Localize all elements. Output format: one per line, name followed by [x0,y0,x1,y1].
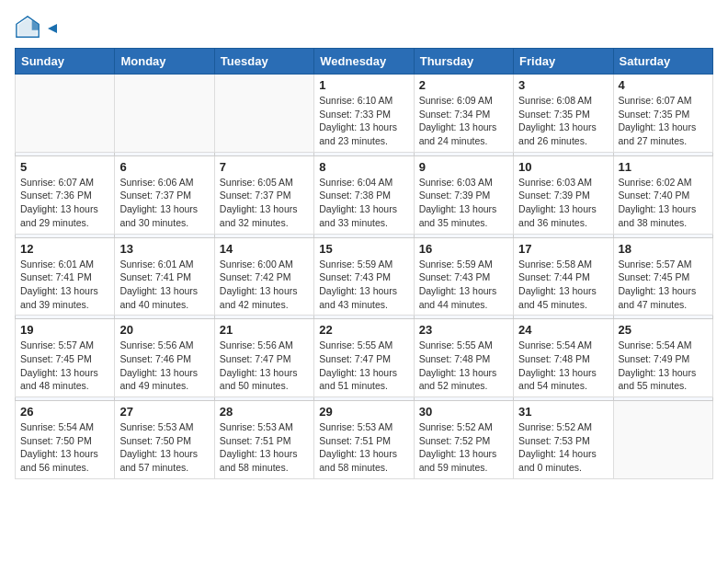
calendar-day-cell [16,75,115,153]
day-info: Sunrise: 6:10 AMSunset: 7:33 PMDaylight:… [319,94,408,148]
day-info: Sunrise: 6:02 AMSunset: 7:40 PMDaylight:… [619,176,708,230]
day-info: Sunrise: 5:53 AMSunset: 7:51 PMDaylight:… [220,420,309,475]
calendar-header-row: SundayMondayTuesdayWednesdayThursdayFrid… [16,49,713,75]
day-number: 2 [419,78,508,92]
day-info: Sunrise: 6:07 AMSunset: 7:35 PMDaylight:… [619,94,708,148]
day-number: 31 [518,405,608,419]
day-number: 6 [119,160,209,174]
day-info: Sunrise: 5:56 AMSunset: 7:47 PMDaylight:… [220,339,309,393]
day-number: 16 [419,242,508,256]
day-number: 22 [319,323,408,337]
calendar-day-cell [613,401,712,479]
calendar-day-cell: 28Sunrise: 5:53 AMSunset: 7:51 PMDayligh… [214,401,313,479]
day-info: Sunrise: 5:54 AMSunset: 7:48 PMDaylight:… [518,339,608,393]
day-info: Sunrise: 5:53 AMSunset: 7:50 PMDaylight:… [119,420,209,475]
calendar-day-cell: 11Sunrise: 6:02 AMSunset: 7:40 PMDayligh… [613,155,712,234]
calendar-day-cell: 31Sunrise: 5:52 AMSunset: 7:53 PMDayligh… [514,401,613,479]
day-info: Sunrise: 6:09 AMSunset: 7:34 PMDaylight:… [419,94,508,148]
calendar-day-cell: 27Sunrise: 5:53 AMSunset: 7:50 PMDayligh… [115,401,214,479]
calendar-day-cell: 14Sunrise: 6:00 AMSunset: 7:42 PMDayligh… [214,237,313,316]
day-number: 13 [119,242,209,256]
day-number: 27 [119,405,209,419]
day-number: 4 [619,78,708,92]
day-number: 12 [20,242,109,256]
day-info: Sunrise: 5:54 AMSunset: 7:49 PMDaylight:… [619,339,708,393]
day-info: Sunrise: 6:01 AMSunset: 7:41 PMDaylight:… [119,258,209,312]
calendar-day-cell [115,75,214,153]
calendar-day-cell: 16Sunrise: 5:59 AMSunset: 7:43 PMDayligh… [414,237,513,316]
calendar-day-cell: 29Sunrise: 5:53 AMSunset: 7:51 PMDayligh… [314,401,414,479]
day-info: Sunrise: 5:57 AMSunset: 7:45 PMDaylight:… [20,339,109,393]
day-number: 9 [419,160,508,174]
day-info: Sunrise: 6:03 AMSunset: 7:39 PMDaylight:… [518,176,608,230]
day-number: 30 [419,405,508,419]
day-info: Sunrise: 6:01 AMSunset: 7:41 PMDaylight:… [20,258,109,312]
calendar-day-cell: 20Sunrise: 5:56 AMSunset: 7:46 PMDayligh… [115,319,214,397]
logo [15,15,59,40]
svg-marker-3 [48,24,57,33]
day-info: Sunrise: 5:59 AMSunset: 7:43 PMDaylight:… [319,258,408,312]
day-number: 1 [319,78,408,92]
calendar-day-cell: 4Sunrise: 6:07 AMSunset: 7:35 PMDaylight… [613,75,712,153]
calendar-week-row: 26Sunrise: 5:54 AMSunset: 7:50 PMDayligh… [16,401,713,479]
day-number: 15 [319,242,408,256]
calendar-day-cell: 23Sunrise: 5:55 AMSunset: 7:48 PMDayligh… [414,319,513,397]
day-info: Sunrise: 6:00 AMSunset: 7:42 PMDaylight:… [220,258,309,312]
calendar-day-cell: 9Sunrise: 6:03 AMSunset: 7:39 PMDaylight… [414,155,513,234]
page-header [15,15,713,40]
calendar-day-cell [214,75,313,153]
calendar-day-cell: 22Sunrise: 5:55 AMSunset: 7:47 PMDayligh… [314,319,414,397]
day-info: Sunrise: 6:06 AMSunset: 7:37 PMDaylight:… [119,176,209,230]
day-number: 14 [220,242,309,256]
logo-arrow-icon [46,22,59,35]
day-info: Sunrise: 5:53 AMSunset: 7:51 PMDaylight:… [319,420,408,475]
day-number: 8 [319,160,408,174]
weekday-header: Friday [514,49,613,75]
calendar-day-cell: 2Sunrise: 6:09 AMSunset: 7:34 PMDaylight… [414,75,513,153]
calendar-day-cell: 10Sunrise: 6:03 AMSunset: 7:39 PMDayligh… [514,155,613,234]
day-info: Sunrise: 5:58 AMSunset: 7:44 PMDaylight:… [518,258,608,312]
calendar-day-cell: 1Sunrise: 6:10 AMSunset: 7:33 PMDaylight… [314,75,414,153]
calendar-day-cell: 8Sunrise: 6:04 AMSunset: 7:38 PMDaylight… [314,155,414,234]
day-info: Sunrise: 6:03 AMSunset: 7:39 PMDaylight:… [419,176,508,230]
calendar-day-cell: 15Sunrise: 5:59 AMSunset: 7:43 PMDayligh… [314,237,414,316]
day-number: 20 [119,323,209,337]
weekday-header: Tuesday [214,49,313,75]
day-info: Sunrise: 5:52 AMSunset: 7:52 PMDaylight:… [419,420,508,475]
calendar-day-cell: 7Sunrise: 6:05 AMSunset: 7:37 PMDaylight… [214,155,313,234]
calendar-table: SundayMondayTuesdayWednesdayThursdayFrid… [15,48,713,479]
day-info: Sunrise: 5:55 AMSunset: 7:48 PMDaylight:… [419,339,508,393]
calendar-day-cell: 21Sunrise: 5:56 AMSunset: 7:47 PMDayligh… [214,319,313,397]
day-number: 7 [220,160,309,174]
day-number: 19 [20,323,109,337]
day-number: 28 [220,405,309,419]
logo-text [44,19,59,36]
weekday-header: Saturday [613,49,712,75]
calendar-day-cell: 24Sunrise: 5:54 AMSunset: 7:48 PMDayligh… [514,319,613,397]
day-number: 3 [518,78,608,92]
calendar-day-cell: 30Sunrise: 5:52 AMSunset: 7:52 PMDayligh… [414,401,513,479]
day-number: 5 [20,160,109,174]
day-info: Sunrise: 5:52 AMSunset: 7:53 PMDaylight:… [518,420,608,475]
day-info: Sunrise: 5:57 AMSunset: 7:45 PMDaylight:… [619,258,708,312]
calendar-day-cell: 26Sunrise: 5:54 AMSunset: 7:50 PMDayligh… [16,401,115,479]
day-number: 25 [619,323,708,337]
calendar-week-row: 1Sunrise: 6:10 AMSunset: 7:33 PMDaylight… [16,75,713,153]
calendar-day-cell: 18Sunrise: 5:57 AMSunset: 7:45 PMDayligh… [613,237,712,316]
day-info: Sunrise: 6:05 AMSunset: 7:37 PMDaylight:… [220,176,309,230]
day-info: Sunrise: 6:07 AMSunset: 7:36 PMDaylight:… [20,176,109,230]
calendar-day-cell: 17Sunrise: 5:58 AMSunset: 7:44 PMDayligh… [514,237,613,316]
calendar-day-cell: 12Sunrise: 6:01 AMSunset: 7:41 PMDayligh… [16,237,115,316]
calendar-day-cell: 25Sunrise: 5:54 AMSunset: 7:49 PMDayligh… [613,319,712,397]
logo-icon [15,15,40,40]
weekday-header: Wednesday [314,49,414,75]
day-number: 10 [518,160,608,174]
calendar-day-cell: 3Sunrise: 6:08 AMSunset: 7:35 PMDaylight… [514,75,613,153]
weekday-header: Sunday [16,49,115,75]
weekday-header: Monday [115,49,214,75]
calendar-day-cell: 5Sunrise: 6:07 AMSunset: 7:36 PMDaylight… [16,155,115,234]
calendar-day-cell: 19Sunrise: 5:57 AMSunset: 7:45 PMDayligh… [16,319,115,397]
day-number: 21 [220,323,309,337]
day-number: 24 [518,323,608,337]
day-number: 29 [319,405,408,419]
